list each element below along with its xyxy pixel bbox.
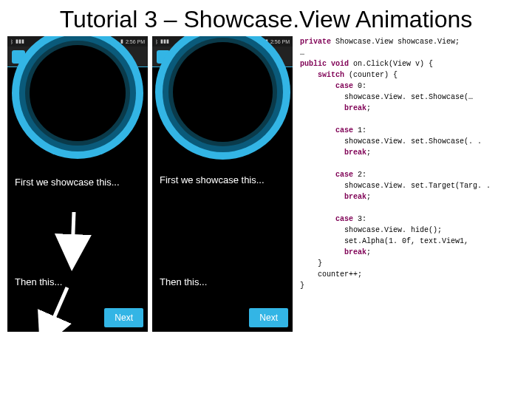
code-kw: case [300,82,353,90]
code-kw: switch [300,71,344,79]
signal-icon: ▮▮▮ [160,38,169,44]
code-text: 1: [353,126,366,134]
code-text: Showcase.View showcase.View; [331,38,460,46]
code-text: } [300,259,322,267]
code-kw: break [300,104,366,112]
showcase-text-2: Then this... [15,276,62,287]
bluetooth-icon: ᛒ [155,39,158,44]
code-text: ; [366,104,371,112]
code-kw: break [300,248,366,256]
code-text: showcase.View. set.Target(Targ. . [300,182,491,190]
showcase-overlay [7,67,148,332]
showcase-overlay [152,67,293,332]
code-text: (counter) { [344,71,398,79]
phone-screenshot-1: ᛒ ▮▮▮ ▲ ▮ 2:56 PM Showcase Sample First … [7,36,148,332]
battery-icon: ▮ [265,38,268,44]
code-kw: break [300,149,366,157]
code-kw: break [300,193,366,201]
bluetooth-icon: ᛒ [10,39,13,44]
app-icon [12,50,25,64]
showcase-text-1: First we showcase this... [15,177,120,188]
phone-screenshot-2: ᛒ ▮▮▮ ▲ ▮ 2:56 PM Showcase Sample First … [152,36,293,332]
next-button[interactable]: Next [104,308,143,327]
code-text: counter++; [300,270,362,279]
code-text: … [300,49,304,57]
showcase-text-2: Then this... [160,276,207,287]
next-button[interactable]: Next [249,308,288,327]
battery-icon: ▮ [120,38,123,44]
status-time: 2:56 PM [270,39,290,44]
code-text: 0: [353,82,366,90]
code-text: showcase.View. hide(); [300,226,442,234]
wifi-icon: ▲ [258,39,263,44]
code-text: ; [366,149,371,157]
code-text: 2: [353,171,366,179]
app-icon [157,50,170,64]
code-text: set.Alpha(1. 0f, text.View1, [300,237,468,245]
signal-icon: ▮▮▮ [16,38,24,44]
status-time: 2:56 PM [126,39,145,44]
code-snippet: private Showcase.View showcase.View; … p… [297,36,525,332]
code-text: 3: [353,215,366,223]
code-text: ; [366,248,371,256]
slide-title: Tutorial 3 – Showcase.View Animations [0,0,532,36]
code-kw: case [300,215,353,223]
slide-content: ᛒ ▮▮▮ ▲ ▮ 2:56 PM Showcase Sample First … [0,36,532,332]
code-text: } [300,282,304,290]
code-text: ; [366,193,371,201]
showcase-highlight-circle [173,42,273,142]
code-kw: private [300,38,331,46]
code-text: showcase.View. set.Showcase(. . [300,137,482,146]
code-kw: case [300,171,353,179]
code-kw: case [300,126,353,134]
code-text: showcase.View. set.Showcase(… [300,93,473,101]
code-text: on.Click(View v) { [349,60,433,68]
showcase-text-1: First we showcase this... [160,174,265,185]
wifi-icon: ▲ [113,39,118,44]
code-kw: public void [300,60,349,68]
showcase-highlight-circle [30,45,126,141]
